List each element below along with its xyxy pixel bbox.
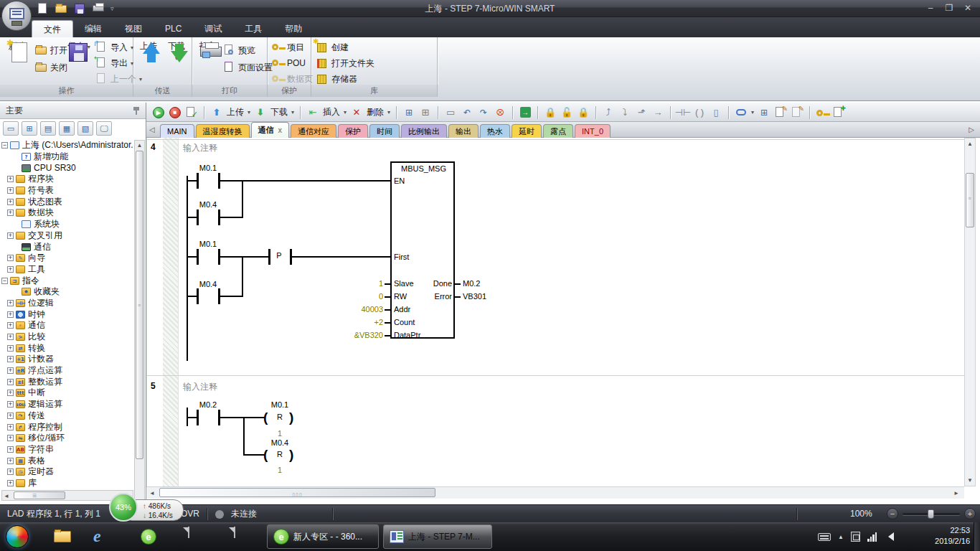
tree-item-cpu[interactable]: +CPU SR30 [1, 162, 133, 174]
taskbar-button-360[interactable]: e 新人专区 - - 360... [267, 524, 379, 549]
output-operand[interactable]: VB301 [463, 292, 486, 301]
insert-network-icon[interactable]: ⇤ [306, 106, 319, 119]
clear-icon[interactable]: ⮾ [494, 106, 507, 119]
expander-icon[interactable]: + [7, 187, 14, 194]
tree-item-timer[interactable]: +◷定时器 [1, 466, 133, 478]
tree-item-program-control[interactable]: +↱程序控制 [1, 421, 133, 433]
tree-item-project-root[interactable]: −上海 (C:\Users\Administrator. [1, 140, 133, 151]
line-right-icon[interactable]: → [651, 106, 664, 119]
expander-icon[interactable]: + [7, 367, 14, 374]
zoom-out-button[interactable]: − [887, 508, 898, 519]
pin-value[interactable]: &VB320 [326, 331, 383, 339]
contact-bar-icon[interactable] [197, 209, 199, 225]
download-dropdown-icon[interactable]: ▾ [291, 109, 294, 116]
menu-tab-edit[interactable]: 编辑 [73, 20, 113, 37]
output-operand[interactable]: M0.2 [463, 279, 480, 288]
key-toolbar-icon[interactable] [816, 106, 829, 119]
tree-item-cross-reference[interactable]: +交叉引用 [1, 230, 133, 242]
contact-bar-icon[interactable] [197, 173, 199, 189]
protect-datapage-button[interactable]: 数据页 [271, 72, 313, 86]
address-view-icon[interactable]: ▭ [3, 121, 19, 136]
tree-item-compare[interactable]: +>比较 [1, 331, 133, 343]
contact-bar-icon[interactable] [197, 410, 199, 425]
download-icon[interactable]: ⬇ [254, 106, 267, 119]
minimize-button[interactable]: – [921, 0, 940, 16]
communication-view-icon[interactable]: 🖵 [96, 121, 112, 136]
close-button[interactable]: ✕ [958, 0, 977, 16]
line-up-icon[interactable]: ⬏ [635, 106, 648, 119]
tab-tongxin-active[interactable]: 通信x [251, 122, 290, 138]
contact-operand[interactable]: M0.2 [187, 400, 230, 409]
expander-icon[interactable]: + [7, 424, 14, 430]
expander-icon[interactable]: + [7, 209, 14, 216]
tab-bili-shuchu[interactable]: 比例输出 [401, 124, 447, 138]
coil-type[interactable]: R [258, 413, 301, 421]
expander-icon[interactable]: + [7, 401, 14, 408]
data-block-view-icon[interactable]: ▦ [59, 121, 75, 136]
tree-item-instructions[interactable]: −⊐指令 [1, 275, 133, 286]
start-button[interactable] [6, 525, 29, 548]
expander-icon[interactable]: + [7, 300, 14, 306]
coil-icon[interactable]: ( ) [693, 106, 706, 119]
document-icon[interactable] [188, 527, 209, 547]
tab-reshui[interactable]: 热水 [480, 124, 510, 138]
delete-label[interactable]: 删除 [367, 106, 384, 118]
expander-icon[interactable]: + [7, 266, 14, 273]
open-library-folder-button[interactable]: 打开文件夹 [316, 56, 374, 70]
contact-operand[interactable]: M0.1 [187, 240, 230, 248]
speaker-icon[interactable] [884, 532, 894, 541]
explorer-icon[interactable] [52, 527, 73, 547]
edit-symbols-icon[interactable]: ✎ [774, 106, 787, 119]
pou-grid-icon[interactable]: ⊞ [402, 106, 415, 119]
menu-tab-view[interactable]: 视图 [113, 20, 154, 37]
insert-label[interactable]: 插入 [323, 106, 340, 118]
pin-value[interactable]: 40003 [326, 305, 383, 314]
network-comment[interactable]: 输入注释 [183, 142, 217, 154]
tree-vertical-scrollbar[interactable]: ▲ ≡ ▼ [134, 140, 145, 520]
tree-item-clock[interactable]: +时钟 [1, 309, 133, 320]
keyboard-tray-icon[interactable] [818, 533, 831, 541]
tree-item-library[interactable]: +库 [1, 478, 133, 489]
pin-icon[interactable] [133, 106, 140, 115]
symbol-table-view-icon[interactable]: ⊞ [22, 121, 37, 136]
expander-icon[interactable]: + [7, 390, 14, 396]
pin-value[interactable]: +2 [326, 318, 383, 326]
restore-button[interactable]: ❐ [940, 0, 958, 16]
status-chart-view-icon[interactable]: ▤ [40, 121, 56, 136]
app-menu-button[interactable] [1, 1, 32, 31]
redo-icon[interactable]: ↷ [477, 106, 490, 119]
protect-pou-button[interactable]: POU [271, 56, 306, 70]
menu-tab-help[interactable]: 帮助 [273, 20, 314, 37]
expander-icon[interactable]: + [7, 255, 14, 261]
editor-horizontal-scrollbar[interactable]: ◄ ▯▯▯ ► [146, 486, 964, 499]
coil-count-operand[interactable]: 1 [258, 429, 301, 438]
tray-expand-icon[interactable]: ▲ [838, 534, 844, 540]
internet-explorer-icon[interactable]: e [93, 527, 115, 547]
document-icon[interactable] [234, 527, 255, 547]
protect-project-button[interactable]: 项目 [271, 40, 304, 55]
close-button[interactable]: 关闭 [34, 60, 67, 75]
show-desktop-button[interactable] [974, 522, 980, 551]
upload-label[interactable]: 上传 [227, 106, 244, 118]
pou-grid-disabled-icon[interactable]: ⊞ [419, 106, 432, 119]
expander-icon[interactable]: + [7, 322, 14, 329]
network-comment[interactable]: 输入注释 [183, 381, 217, 393]
open-button[interactable]: 打开 [34, 43, 67, 57]
tree-item-string[interactable]: +AB字符串 [1, 444, 133, 456]
export-button[interactable]: ↰导出▾ [95, 56, 133, 70]
tab-shijian[interactable]: 时间 [369, 124, 400, 138]
expander-icon[interactable]: + [7, 379, 14, 385]
new-button[interactable]: ✱ 新建 [4, 40, 30, 52]
tab-ludian[interactable]: 露点 [543, 124, 573, 138]
create-library-button[interactable]: ✱创建 [316, 40, 349, 55]
tree-item-logic-operations[interactable]: +ιοιι逻辑运算 [1, 399, 133, 410]
upload-dropdown-icon[interactable]: ▾ [248, 109, 250, 116]
expander-icon[interactable]: + [7, 413, 14, 419]
tab-baohu[interactable]: 保护 [338, 124, 368, 138]
properties-icon[interactable]: ✚ [832, 106, 845, 119]
tree-item-favorites[interactable]: +✸收藏夹 [1, 286, 133, 298]
expander-icon[interactable]: + [7, 311, 14, 318]
tree-item-symbol-table[interactable]: +符号表 [1, 185, 133, 197]
address-dropdown-icon[interactable]: ▾ [751, 109, 754, 116]
taskbar-button-step7[interactable]: 上海 - STEP 7-M... [383, 524, 492, 549]
